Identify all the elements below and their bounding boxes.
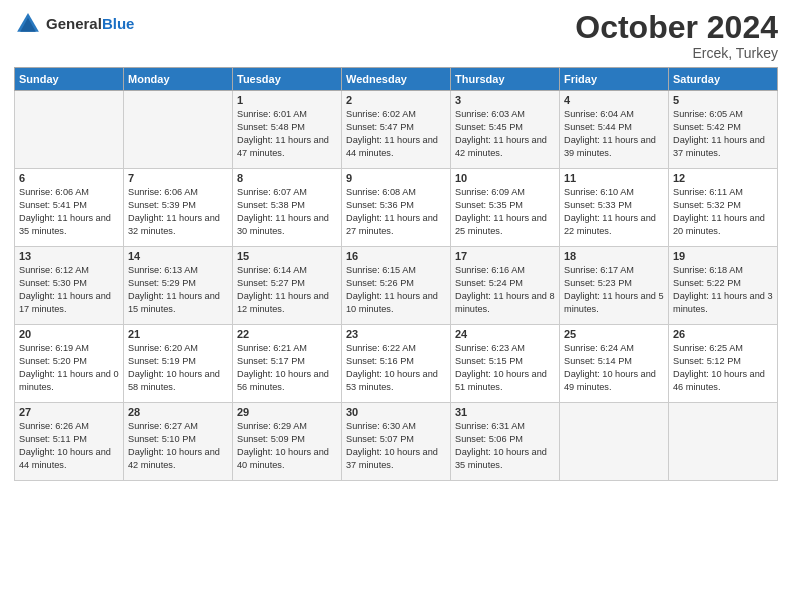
day-number: 24 xyxy=(455,328,555,340)
day-number: 27 xyxy=(19,406,119,418)
week-row-5: 27Sunrise: 6:26 AMSunset: 5:11 PMDayligh… xyxy=(15,403,778,481)
cell-content: Sunrise: 6:14 AMSunset: 5:27 PMDaylight:… xyxy=(237,265,329,314)
logo-icon xyxy=(14,10,42,38)
title-section: October 2024 Ercek, Turkey xyxy=(575,10,778,61)
calendar-cell: 29Sunrise: 6:29 AMSunset: 5:09 PMDayligh… xyxy=(233,403,342,481)
calendar-cell xyxy=(15,91,124,169)
day-number: 16 xyxy=(346,250,446,262)
month-title: October 2024 xyxy=(575,10,778,45)
cell-content: Sunrise: 6:06 AMSunset: 5:41 PMDaylight:… xyxy=(19,187,111,236)
calendar-cell: 9Sunrise: 6:08 AMSunset: 5:36 PMDaylight… xyxy=(342,169,451,247)
calendar-cell: 15Sunrise: 6:14 AMSunset: 5:27 PMDayligh… xyxy=(233,247,342,325)
calendar-cell: 3Sunrise: 6:03 AMSunset: 5:45 PMDaylight… xyxy=(451,91,560,169)
day-header-sunday: Sunday xyxy=(15,68,124,91)
day-number: 30 xyxy=(346,406,446,418)
calendar-cell: 31Sunrise: 6:31 AMSunset: 5:06 PMDayligh… xyxy=(451,403,560,481)
day-number: 8 xyxy=(237,172,337,184)
week-row-1: 1Sunrise: 6:01 AMSunset: 5:48 PMDaylight… xyxy=(15,91,778,169)
calendar-cell: 25Sunrise: 6:24 AMSunset: 5:14 PMDayligh… xyxy=(560,325,669,403)
cell-content: Sunrise: 6:16 AMSunset: 5:24 PMDaylight:… xyxy=(455,265,555,314)
cell-content: Sunrise: 6:29 AMSunset: 5:09 PMDaylight:… xyxy=(237,421,329,470)
location: Ercek, Turkey xyxy=(575,45,778,61)
day-number: 3 xyxy=(455,94,555,106)
calendar-cell: 19Sunrise: 6:18 AMSunset: 5:22 PMDayligh… xyxy=(669,247,778,325)
calendar-table: SundayMondayTuesdayWednesdayThursdayFrid… xyxy=(14,67,778,481)
day-number: 5 xyxy=(673,94,773,106)
calendar-cell: 21Sunrise: 6:20 AMSunset: 5:19 PMDayligh… xyxy=(124,325,233,403)
day-number: 18 xyxy=(564,250,664,262)
calendar-cell: 14Sunrise: 6:13 AMSunset: 5:29 PMDayligh… xyxy=(124,247,233,325)
cell-content: Sunrise: 6:17 AMSunset: 5:23 PMDaylight:… xyxy=(564,265,664,314)
day-header-wednesday: Wednesday xyxy=(342,68,451,91)
day-number: 22 xyxy=(237,328,337,340)
day-number: 6 xyxy=(19,172,119,184)
day-number: 11 xyxy=(564,172,664,184)
day-number: 1 xyxy=(237,94,337,106)
day-number: 7 xyxy=(128,172,228,184)
day-header-thursday: Thursday xyxy=(451,68,560,91)
day-header-monday: Monday xyxy=(124,68,233,91)
calendar-cell: 13Sunrise: 6:12 AMSunset: 5:30 PMDayligh… xyxy=(15,247,124,325)
day-number: 4 xyxy=(564,94,664,106)
cell-content: Sunrise: 6:08 AMSunset: 5:36 PMDaylight:… xyxy=(346,187,438,236)
calendar-cell: 24Sunrise: 6:23 AMSunset: 5:15 PMDayligh… xyxy=(451,325,560,403)
calendar-cell: 26Sunrise: 6:25 AMSunset: 5:12 PMDayligh… xyxy=(669,325,778,403)
cell-content: Sunrise: 6:09 AMSunset: 5:35 PMDaylight:… xyxy=(455,187,547,236)
cell-content: Sunrise: 6:24 AMSunset: 5:14 PMDaylight:… xyxy=(564,343,656,392)
calendar-cell: 7Sunrise: 6:06 AMSunset: 5:39 PMDaylight… xyxy=(124,169,233,247)
calendar-cell xyxy=(669,403,778,481)
day-number: 10 xyxy=(455,172,555,184)
cell-content: Sunrise: 6:22 AMSunset: 5:16 PMDaylight:… xyxy=(346,343,438,392)
week-row-4: 20Sunrise: 6:19 AMSunset: 5:20 PMDayligh… xyxy=(15,325,778,403)
logo: GeneralBlue xyxy=(14,10,134,38)
cell-content: Sunrise: 6:07 AMSunset: 5:38 PMDaylight:… xyxy=(237,187,329,236)
cell-content: Sunrise: 6:21 AMSunset: 5:17 PMDaylight:… xyxy=(237,343,329,392)
cell-content: Sunrise: 6:01 AMSunset: 5:48 PMDaylight:… xyxy=(237,109,329,158)
cell-content: Sunrise: 6:12 AMSunset: 5:30 PMDaylight:… xyxy=(19,265,111,314)
calendar-cell: 18Sunrise: 6:17 AMSunset: 5:23 PMDayligh… xyxy=(560,247,669,325)
calendar-cell: 8Sunrise: 6:07 AMSunset: 5:38 PMDaylight… xyxy=(233,169,342,247)
cell-content: Sunrise: 6:26 AMSunset: 5:11 PMDaylight:… xyxy=(19,421,111,470)
day-number: 15 xyxy=(237,250,337,262)
day-number: 28 xyxy=(128,406,228,418)
calendar-cell: 6Sunrise: 6:06 AMSunset: 5:41 PMDaylight… xyxy=(15,169,124,247)
cell-content: Sunrise: 6:03 AMSunset: 5:45 PMDaylight:… xyxy=(455,109,547,158)
day-header-friday: Friday xyxy=(560,68,669,91)
day-number: 19 xyxy=(673,250,773,262)
cell-content: Sunrise: 6:13 AMSunset: 5:29 PMDaylight:… xyxy=(128,265,220,314)
calendar-cell: 16Sunrise: 6:15 AMSunset: 5:26 PMDayligh… xyxy=(342,247,451,325)
day-number: 23 xyxy=(346,328,446,340)
calendar-cell: 12Sunrise: 6:11 AMSunset: 5:32 PMDayligh… xyxy=(669,169,778,247)
cell-content: Sunrise: 6:20 AMSunset: 5:19 PMDaylight:… xyxy=(128,343,220,392)
header: GeneralBlue October 2024 Ercek, Turkey xyxy=(14,10,778,61)
calendar-cell: 27Sunrise: 6:26 AMSunset: 5:11 PMDayligh… xyxy=(15,403,124,481)
cell-content: Sunrise: 6:25 AMSunset: 5:12 PMDaylight:… xyxy=(673,343,765,392)
calendar-cell: 11Sunrise: 6:10 AMSunset: 5:33 PMDayligh… xyxy=(560,169,669,247)
header-row: SundayMondayTuesdayWednesdayThursdayFrid… xyxy=(15,68,778,91)
cell-content: Sunrise: 6:23 AMSunset: 5:15 PMDaylight:… xyxy=(455,343,547,392)
day-number: 12 xyxy=(673,172,773,184)
cell-content: Sunrise: 6:06 AMSunset: 5:39 PMDaylight:… xyxy=(128,187,220,236)
calendar-cell: 10Sunrise: 6:09 AMSunset: 5:35 PMDayligh… xyxy=(451,169,560,247)
week-row-3: 13Sunrise: 6:12 AMSunset: 5:30 PMDayligh… xyxy=(15,247,778,325)
calendar-cell: 23Sunrise: 6:22 AMSunset: 5:16 PMDayligh… xyxy=(342,325,451,403)
calendar-cell: 30Sunrise: 6:30 AMSunset: 5:07 PMDayligh… xyxy=(342,403,451,481)
calendar-cell: 22Sunrise: 6:21 AMSunset: 5:17 PMDayligh… xyxy=(233,325,342,403)
day-number: 31 xyxy=(455,406,555,418)
calendar-cell: 20Sunrise: 6:19 AMSunset: 5:20 PMDayligh… xyxy=(15,325,124,403)
day-header-saturday: Saturday xyxy=(669,68,778,91)
day-number: 14 xyxy=(128,250,228,262)
day-number: 17 xyxy=(455,250,555,262)
cell-content: Sunrise: 6:18 AMSunset: 5:22 PMDaylight:… xyxy=(673,265,773,314)
calendar-cell: 2Sunrise: 6:02 AMSunset: 5:47 PMDaylight… xyxy=(342,91,451,169)
cell-content: Sunrise: 6:05 AMSunset: 5:42 PMDaylight:… xyxy=(673,109,765,158)
calendar-cell: 4Sunrise: 6:04 AMSunset: 5:44 PMDaylight… xyxy=(560,91,669,169)
day-number: 2 xyxy=(346,94,446,106)
cell-content: Sunrise: 6:31 AMSunset: 5:06 PMDaylight:… xyxy=(455,421,547,470)
logo-text: GeneralBlue xyxy=(46,15,134,33)
week-row-2: 6Sunrise: 6:06 AMSunset: 5:41 PMDaylight… xyxy=(15,169,778,247)
day-number: 29 xyxy=(237,406,337,418)
page: GeneralBlue October 2024 Ercek, Turkey S… xyxy=(0,0,792,612)
day-number: 13 xyxy=(19,250,119,262)
calendar-cell: 17Sunrise: 6:16 AMSunset: 5:24 PMDayligh… xyxy=(451,247,560,325)
